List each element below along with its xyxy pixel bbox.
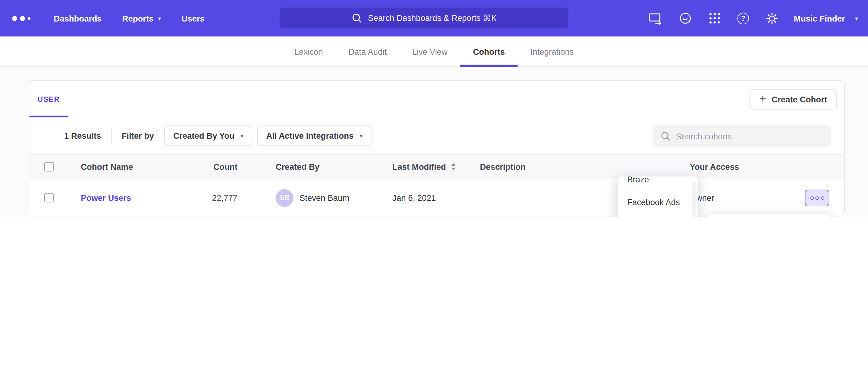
nav-reports[interactable]: Reports▾ <box>122 13 161 23</box>
plus-icon: + <box>760 92 766 105</box>
apps-grid-icon[interactable] <box>708 12 721 25</box>
column-last-modified-label: Last Modified <box>393 162 446 172</box>
screen-share-icon[interactable] <box>648 11 663 25</box>
creator-name: Steven Baum <box>300 193 349 203</box>
sort-icon <box>451 163 455 170</box>
create-cohort-label: Create Cohort <box>772 95 827 104</box>
logo-dot <box>28 17 30 20</box>
nav-users[interactable]: Users <box>182 13 205 23</box>
ellipsis-icon <box>810 196 813 200</box>
context-menu: View Users Visualize Trend Refresh Count… <box>707 214 830 217</box>
project-tabs: Lexicon Data Audit Live View Cohorts Int… <box>0 37 868 67</box>
nav-dashboards[interactable]: Dashboards <box>54 13 101 23</box>
tab-data-audit[interactable]: Data Audit <box>336 37 399 66</box>
cohorts-card: USER + Create Cohort 1 Results Filter by… <box>29 80 845 216</box>
export-option-google-adwords[interactable]: Google Adwords <box>618 214 698 217</box>
tab-user-cohorts[interactable]: USER <box>29 81 68 118</box>
integrations-filter-label: All Active Integrations <box>266 131 354 140</box>
chevron-down-icon: ▾ <box>855 15 858 22</box>
cohort-name-link[interactable]: Power Users <box>81 193 131 203</box>
chevron-down-icon: ▾ <box>360 132 363 139</box>
export-option-facebook-ads[interactable]: Facebook Ads <box>618 191 698 214</box>
project-switcher[interactable]: Music Finder ▾ <box>794 13 858 23</box>
help-icon[interactable]: ? <box>737 12 749 24</box>
select-all-checkbox[interactable] <box>44 162 54 172</box>
creator-cell: SB Steven Baum <box>266 189 383 207</box>
avatar: SB <box>276 189 293 207</box>
settings-icon[interactable] <box>765 11 779 25</box>
created-by-filter-label: Created By You <box>173 131 234 140</box>
table-row: Power Users 22,777 SB Steven Baum Jan 6,… <box>29 179 844 216</box>
search-icon <box>351 12 362 23</box>
column-created-by: Created By <box>266 162 383 172</box>
feedback-icon[interactable] <box>679 12 692 25</box>
tab-live-view[interactable]: Live View <box>400 37 461 66</box>
primary-nav: Dashboards Reports▾ Users <box>54 13 205 23</box>
access-cell: Owner <box>680 190 844 206</box>
menu-view-users[interactable]: View Users <box>708 215 830 217</box>
card-header: USER + Create Cohort <box>29 81 844 118</box>
column-your-access: Your Access <box>680 162 844 172</box>
filter-row: 1 Results Filter by Created By You ▾ All… <box>29 117 844 154</box>
global-search[interactable]: Search Dashboards & Reports ⌘K <box>279 7 568 29</box>
project-name: Music Finder <box>794 13 845 23</box>
chevron-down-icon: ▾ <box>158 15 161 22</box>
navbar-right: ? Music Finder ▾ <box>648 0 858 37</box>
nav-reports-label: Reports <box>122 13 154 23</box>
last-modified-value: Jan 6, 2021 <box>393 193 436 203</box>
logo-dot <box>20 16 25 21</box>
logo-dot <box>12 16 17 21</box>
scrollbar-track[interactable] <box>692 181 696 217</box>
row-checkbox[interactable] <box>44 193 54 203</box>
global-search-placeholder: Search Dashboards & Reports ⌘K <box>368 13 496 23</box>
ellipsis-icon <box>815 196 819 200</box>
cohort-count: 22,777 <box>211 193 266 203</box>
export-option-braze[interactable]: Braze <box>618 176 698 191</box>
divider <box>111 129 112 143</box>
top-navbar: Dashboards Reports▾ Users Search Dashboa… <box>0 0 868 37</box>
column-cohort-name: Cohort Name <box>75 162 211 172</box>
created-by-filter[interactable]: Created By You ▾ <box>164 126 252 146</box>
ellipsis-icon <box>820 196 824 200</box>
cohort-search <box>653 125 831 147</box>
brand-logo[interactable] <box>12 16 30 21</box>
app: Dashboards Reports▾ Users Search Dashboa… <box>0 0 868 217</box>
cohort-search-input[interactable] <box>676 131 823 141</box>
column-count: Count <box>211 162 266 172</box>
integrations-filter[interactable]: All Active Integrations ▾ <box>257 126 372 146</box>
search-icon <box>660 130 671 141</box>
table-header: Cohort Name Count Created By Last Modifi… <box>29 154 844 179</box>
tab-integrations[interactable]: Integrations <box>518 37 587 66</box>
question-mark-glyph: ? <box>737 12 749 24</box>
results-count: 1 Results <box>64 131 101 140</box>
column-description: Description <box>471 162 681 172</box>
tab-lexicon[interactable]: Lexicon <box>282 37 336 66</box>
last-modified-cell: Jan 6, 2021 <box>383 193 471 203</box>
export-submenu: Braze Facebook Ads Google Adwords Iterab… <box>617 176 698 217</box>
column-last-modified[interactable]: Last Modified <box>383 162 471 172</box>
row-more-button[interactable] <box>805 190 829 206</box>
create-cohort-button[interactable]: + Create Cohort <box>750 89 837 110</box>
tab-cohorts[interactable]: Cohorts <box>460 37 518 66</box>
filter-by-label: Filter by <box>122 131 154 140</box>
export-list: Braze Facebook Ads Google Adwords Iterab… <box>618 176 698 217</box>
chevron-down-icon: ▾ <box>240 132 244 139</box>
